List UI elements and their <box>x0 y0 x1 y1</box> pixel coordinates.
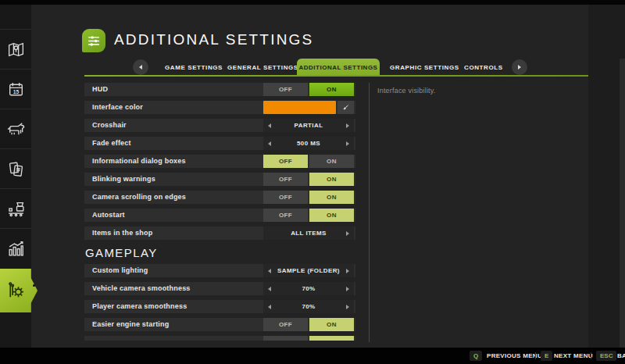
toggle-on[interactable]: ON <box>309 318 354 331</box>
setting-row-player-camera-smoothness[interactable]: Player camera smoothness70% <box>84 300 355 313</box>
selector[interactable]: 70% <box>263 300 354 313</box>
setting-row-hud[interactable]: HUDOFFON <box>84 83 355 96</box>
sidebar: 15 <box>0 5 31 348</box>
toggle-off[interactable]: OFF <box>263 209 308 222</box>
setting-label: Autostart <box>92 209 125 222</box>
hint-back[interactable]: BACK <box>617 352 625 359</box>
sidebar-item-contracts[interactable] <box>0 148 31 188</box>
toggle-off[interactable]: OFF <box>263 336 308 341</box>
selector-next-arrow[interactable] <box>346 141 349 146</box>
chevron-right-icon <box>518 65 521 70</box>
setting-label: Blinking warnings <box>92 173 155 186</box>
selector-value: SAMPLE (FOLDER) <box>277 267 340 274</box>
svg-text:15: 15 <box>12 88 19 94</box>
tab-next-button[interactable] <box>512 59 527 75</box>
hint-separator <box>591 352 591 359</box>
color-swatch[interactable] <box>263 101 336 114</box>
panel-separator <box>369 83 370 342</box>
selector-value: 500 MS <box>297 140 320 147</box>
app-window: 15 ADDITIONAL SETTINGS GAME SETTINGS GEN… <box>0 0 625 364</box>
sidebar-item-statistics[interactable] <box>0 228 31 268</box>
selector-prev-arrow[interactable] <box>268 269 271 273</box>
selector[interactable]: 70% <box>263 282 354 295</box>
setting-row-camera-scrolling-on-edges[interactable]: Camera scrolling on edgesOFFON <box>84 191 355 204</box>
setting-label: Fade effect <box>92 137 131 150</box>
sidebar-item-map[interactable] <box>0 29 31 69</box>
toggle-off[interactable]: OFF <box>263 83 308 96</box>
toggle-off[interactable]: OFF <box>263 191 308 204</box>
contracts-icon <box>6 159 26 179</box>
statistics-icon <box>6 239 26 259</box>
setting-label: Custom lighting <box>92 264 148 277</box>
toggle-on[interactable]: ON <box>309 155 354 168</box>
settings-list: HUDOFFONInterface colorCrosshairPARTIALF… <box>84 83 355 341</box>
map-icon <box>6 40 26 59</box>
setting-row-autostart[interactable]: AutostartOFFON <box>84 209 355 222</box>
tab-general-settings[interactable]: GENERAL SETTINGS <box>227 64 298 71</box>
setting-row-fade-effect[interactable]: Fade effect500 MS <box>84 137 355 150</box>
selector-next-arrow[interactable] <box>346 123 349 128</box>
selector-next-arrow[interactable] <box>346 231 349 236</box>
selector[interactable]: 500 MS <box>263 137 354 150</box>
sliders-icon <box>82 29 105 52</box>
selector-next-arrow[interactable] <box>346 269 349 273</box>
setting-row-interface-color[interactable]: Interface color <box>84 101 355 114</box>
selector-value: PARTIAL <box>295 122 323 129</box>
setting-row-easier-engine-starting[interactable]: Easier engine startingOFFON <box>84 318 355 331</box>
toggle-on[interactable]: ON <box>309 83 354 96</box>
selector-value: ALL ITEMS <box>291 230 327 237</box>
setting-row-informational-dialog-boxes[interactable]: Informational dialog boxesOFFON <box>84 155 355 168</box>
setting-row-vehicle-camera-smoothness[interactable]: Vehicle camera smoothness70% <box>84 282 355 295</box>
hint-previous-menu[interactable]: PREVIOUS MENU <box>487 352 542 359</box>
tab-game-settings[interactable]: GAME SETTINGS <box>165 64 223 71</box>
selector-next-arrow[interactable] <box>346 305 349 309</box>
tab-additional-settings[interactable]: ADDITIONAL SETTINGS <box>297 59 380 76</box>
color-picker-button[interactable] <box>338 101 354 114</box>
toggle-off[interactable]: OFF <box>263 155 308 168</box>
toggle-on[interactable]: ON <box>309 191 354 204</box>
bottom-bar: Q PREVIOUS MENU E NEXT MENU ESC BACK <box>0 348 625 364</box>
key-badge-esc: ESC <box>596 351 616 361</box>
setting-label: Easier engine starting <box>92 318 169 331</box>
selector-prev-arrow[interactable] <box>268 287 271 291</box>
right-edge-panel <box>620 59 625 348</box>
toggle-on[interactable]: ON <box>309 209 354 222</box>
toggle-on[interactable]: ON <box>309 173 354 186</box>
setting-label: HUD <box>92 83 108 96</box>
tab-controls[interactable]: CONTROLS <box>464 64 503 71</box>
selector[interactable]: PARTIAL <box>263 119 354 132</box>
key-badge-e: E <box>541 351 552 361</box>
sidebar-item-calendar[interactable]: 15 <box>0 69 31 109</box>
toggle-off[interactable]: OFF <box>263 318 308 331</box>
setting-label: Vehicle camera smoothness <box>92 282 191 295</box>
production-icon <box>6 199 26 219</box>
section-title-gameplay: GAMEPLAY <box>85 246 355 259</box>
setting-row-custom-lighting[interactable]: Custom lightingSAMPLE (FOLDER) <box>84 264 355 277</box>
setting-row-crosshair[interactable]: CrosshairPARTIAL <box>84 119 355 132</box>
selector-next-arrow[interactable] <box>346 287 349 291</box>
toggle-off[interactable]: OFF <box>263 173 308 186</box>
hint-next-menu[interactable]: NEXT MENU <box>554 352 593 359</box>
sidebar-active-notch-dot <box>33 284 35 287</box>
sidebar-item-production[interactable] <box>0 188 31 228</box>
chevron-left-icon <box>139 65 142 70</box>
selector-prev-arrow[interactable] <box>268 123 271 128</box>
tabs-underline <box>84 75 588 77</box>
setting-row-blinking-warnings[interactable]: Blinking warningsOFFON <box>84 173 355 186</box>
selector-prev-arrow[interactable] <box>268 141 271 146</box>
setting-label: Crosshair <box>92 119 127 132</box>
setting-label: Items in the shop <box>92 227 152 240</box>
brush-icon <box>341 103 350 112</box>
toggle-on[interactable]: ON <box>309 336 354 341</box>
selector-value: 70% <box>302 303 315 310</box>
selector[interactable]: ALL ITEMS <box>263 227 354 240</box>
selector-prev-arrow[interactable] <box>268 305 271 309</box>
tab-graphic-settings[interactable]: GRAPHIC SETTINGS <box>390 64 459 71</box>
tab-prev-button[interactable] <box>133 59 148 75</box>
setting-label: Informational dialog boxes <box>92 155 186 168</box>
setting-description: Interface visibility. <box>377 87 582 95</box>
setting-row-items-in-the-shop[interactable]: Items in the shopALL ITEMS <box>84 227 355 240</box>
selector[interactable]: SAMPLE (FOLDER) <box>263 264 354 277</box>
sidebar-item-animals[interactable] <box>0 109 31 148</box>
setting-row-clipped[interactable]: OFFON <box>84 336 355 341</box>
